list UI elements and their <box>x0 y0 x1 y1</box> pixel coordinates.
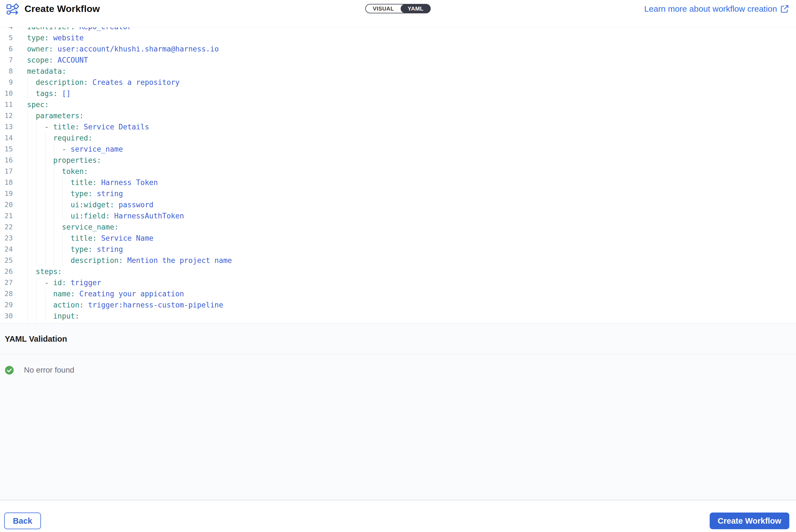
yaml-code: ui:widget: password <box>13 199 153 210</box>
line-number: 14 <box>0 132 13 144</box>
yaml-line[interactable]: 21 ui:field: HarnessAuthToken <box>0 210 796 222</box>
check-circle-icon <box>5 366 14 375</box>
yaml-line[interactable]: 14 required: <box>0 132 796 144</box>
yaml-line[interactable]: 15 - service_name <box>0 144 796 155</box>
line-number: 27 <box>0 277 13 288</box>
indent-guide <box>28 77 28 88</box>
toggle-yaml[interactable]: YAML <box>401 4 431 13</box>
yaml-line[interactable]: 8metadata: <box>0 66 796 77</box>
indent-guide <box>45 244 46 255</box>
yaml-line[interactable]: 12 parameters: <box>0 110 796 121</box>
line-number: 6 <box>0 43 13 55</box>
external-link-icon <box>780 5 789 13</box>
yaml-line[interactable]: 29 action: trigger:harness-custom-pipeli… <box>0 299 796 310</box>
toggle-visual[interactable]: VISUAL <box>366 4 401 13</box>
yaml-code: - title: Service Details <box>13 121 149 132</box>
indent-guide <box>54 144 54 155</box>
validation-title: YAML Validation <box>5 335 67 344</box>
indent-guide <box>54 222 54 233</box>
indent-guide <box>28 222 28 233</box>
yaml-code: type: string <box>13 188 123 199</box>
validation-status-row: No error found <box>0 366 796 375</box>
yaml-line[interactable]: 17 token: <box>0 166 796 177</box>
indent-guide <box>62 255 63 266</box>
indent-guide <box>45 177 46 188</box>
yaml-line[interactable]: 4identifier: Repo_creator <box>0 27 796 32</box>
create-workflow-button[interactable]: Create Workflow <box>710 513 789 529</box>
indent-guide <box>28 199 28 210</box>
yaml-lines: 4identifier: Repo_creator5type: website6… <box>0 27 796 322</box>
yaml-line[interactable]: 5type: website <box>0 32 796 43</box>
yaml-code: - service_name <box>13 144 123 155</box>
indent-guide <box>45 255 46 266</box>
yaml-line[interactable]: 25 description: Mention the project name <box>0 255 796 266</box>
indent-guide <box>28 144 28 155</box>
indent-guide <box>28 110 28 121</box>
yaml-line[interactable]: 7scope: ACCOUNT <box>0 55 796 66</box>
yaml-validation-panel: YAML Validation No error found M <box>0 323 796 500</box>
line-number: 25 <box>0 255 13 266</box>
yaml-code: title: Harness Token <box>13 177 158 188</box>
yaml-code: token: <box>13 166 88 177</box>
page-header: Create Workflow VISUAL YAML Learn more a… <box>0 0 796 27</box>
indent-guide <box>62 199 63 210</box>
learn-more-link[interactable]: Learn more about workflow creation <box>644 4 789 14</box>
yaml-code: type: website <box>13 32 84 43</box>
indent-guide <box>45 188 46 199</box>
indent-guide <box>28 299 28 310</box>
yaml-line[interactable]: 23 title: Service Name <box>0 233 796 244</box>
indent-guide <box>28 155 28 166</box>
yaml-code: description: Creates a repository <box>13 77 180 88</box>
line-number: 8 <box>0 66 13 77</box>
indent-guide <box>28 121 28 132</box>
indent-guide <box>45 199 46 210</box>
indent-guide <box>45 166 46 177</box>
validation-header: YAML Validation <box>0 324 796 355</box>
yaml-line[interactable]: 10 tags: [] <box>0 88 796 99</box>
indent-guide <box>28 255 28 266</box>
line-number: 19 <box>0 188 13 199</box>
line-number: 24 <box>0 244 13 255</box>
indent-guide <box>54 210 54 222</box>
yaml-code: - id: trigger <box>13 277 101 288</box>
yaml-line[interactable]: 22 service_name: <box>0 222 796 233</box>
yaml-line[interactable]: 20 ui:widget: password <box>0 199 796 210</box>
indent-guide <box>45 222 46 233</box>
yaml-line[interactable]: 13 - title: Service Details <box>0 121 796 132</box>
yaml-line[interactable]: 27 - id: trigger <box>0 277 796 288</box>
line-number: 23 <box>0 233 13 244</box>
yaml-line[interactable]: 11spec: <box>0 99 796 110</box>
yaml-line[interactable]: 6owner: user:account/khushi.sharma@harne… <box>0 43 796 55</box>
yaml-code: owner: user:account/khushi.sharma@harnes… <box>13 43 219 55</box>
line-number: 28 <box>0 288 13 299</box>
title-group: Create Workflow <box>6 3 100 15</box>
indent-guide <box>62 210 63 222</box>
yaml-line[interactable]: 30 input: <box>0 310 796 322</box>
indent-guide <box>45 233 46 244</box>
yaml-line[interactable]: 18 title: Harness Token <box>0 177 796 188</box>
indent-guide <box>28 244 28 255</box>
back-button[interactable]: Back <box>4 513 41 529</box>
line-number: 7 <box>0 55 13 66</box>
indent-guide <box>54 166 54 177</box>
indent-guide <box>45 288 46 299</box>
indent-guide <box>62 188 63 199</box>
yaml-line[interactable]: 24 type: string <box>0 244 796 255</box>
yaml-code: scope: ACCOUNT <box>13 55 88 66</box>
yaml-code: action: trigger:harness-custom-pipeline <box>13 299 223 310</box>
indent-guide <box>45 144 46 155</box>
yaml-line[interactable]: 26 steps: <box>0 266 796 277</box>
line-number: 5 <box>0 32 13 43</box>
yaml-code: title: Service Name <box>13 233 153 244</box>
yaml-editor[interactable]: 4identifier: Repo_creator5type: website6… <box>0 27 796 323</box>
indent-guide <box>54 255 54 266</box>
yaml-code: description: Mention the project name <box>13 255 232 266</box>
yaml-line[interactable]: 16 properties: <box>0 155 796 166</box>
line-number: 16 <box>0 155 13 166</box>
indent-guide <box>28 277 28 288</box>
yaml-line[interactable]: 28 name: Creating your appication <box>0 288 796 299</box>
yaml-line[interactable]: 9 description: Creates a repository <box>0 77 796 88</box>
indent-guide <box>62 177 63 188</box>
yaml-line[interactable]: 19 type: string <box>0 188 796 199</box>
line-number: 17 <box>0 166 13 177</box>
